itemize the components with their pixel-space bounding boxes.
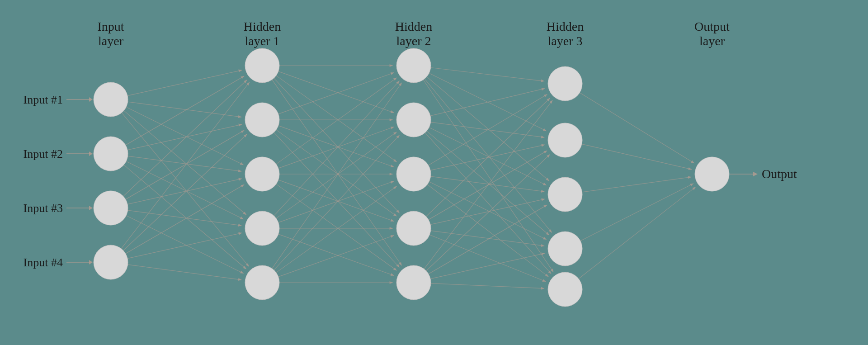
neural-network-diagram bbox=[0, 0, 868, 345]
